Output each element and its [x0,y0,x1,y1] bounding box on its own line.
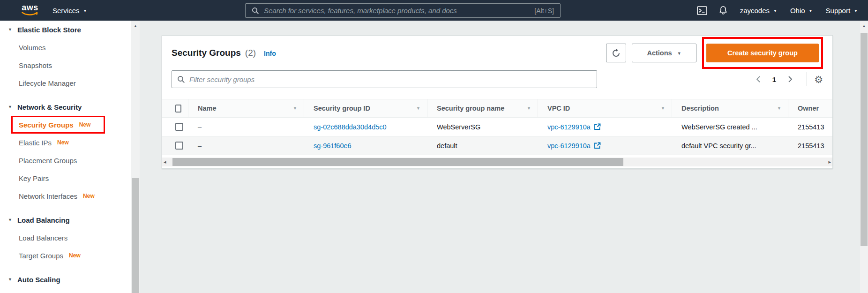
sidebar-item-key-pairs[interactable]: Key Pairs [0,169,131,187]
account-menu[interactable]: zaycodes ▼ [733,0,784,21]
title-group: Security Groups (2) Info [172,48,276,58]
scroll-up-arrow-icon[interactable]: ▲ [860,24,868,28]
vpc-id-link[interactable]: vpc-6129910a [547,123,591,131]
cloudshell-button[interactable] [691,0,713,21]
sort-icon: ▼ [527,106,531,111]
sidebar-scrollbar[interactable]: ▲ [131,21,140,293]
scroll-right-arrow-icon[interactable]: ▸ [828,159,831,165]
column-header-owner[interactable]: Owner [788,99,832,117]
sidebar-item-placement-groups[interactable]: Placement Groups [0,151,131,169]
external-link-icon[interactable] [594,123,601,130]
column-header-security-group-id[interactable]: Security group ID ▼ [304,99,427,117]
create-security-group-button[interactable]: Create security group [706,44,819,62]
column-label: Name [198,105,217,112]
sidebar-item-label: Security Groups [19,121,74,129]
settings-gear-icon[interactable]: ⚙ [814,75,823,84]
divider [806,72,807,86]
sidebar-item-label: Volumes [19,44,46,52]
aws-logo-text: aws [21,3,39,12]
sort-icon: ▼ [416,106,420,111]
region-menu[interactable]: Ohio ▼ [784,0,819,21]
scroll-left-arrow-icon[interactable]: ◂ [164,159,166,165]
current-page-number[interactable]: 1 [772,75,776,83]
sidebar-item-lifecycle-manager[interactable]: Lifecycle Manager [0,74,131,92]
sidebar-item-target-groups[interactable]: Target Groups New [0,247,131,264]
table-row[interactable]: – sg-961f60e6 default vpc-6129910a defau… [162,136,832,155]
filter-row: Filter security groups 1 ⚙ [162,70,832,88]
cell-security-group-name: WebServerSG [427,123,538,131]
select-all-cell [162,99,188,117]
column-header-vpc-id[interactable]: VPC ID ▼ [538,99,672,117]
next-page-button[interactable] [785,74,796,85]
column-label: Description [681,105,719,112]
sidebar-item-load-balancers[interactable]: Load Balancers [0,229,131,247]
select-all-checkbox[interactable] [175,105,181,113]
sidebar-item-snapshots[interactable]: Snapshots [0,56,131,74]
info-link[interactable]: Info [264,50,276,57]
security-groups-card: Security Groups (2) Info Actions ▼ [162,35,833,169]
table-header-row: Name ▼ Security group ID ▼ Security grou… [162,99,832,118]
create-label: Create security group [727,49,798,57]
sidebar-section-header-auto-scaling[interactable]: ▼ Auto Scaling [0,270,131,288]
sidebar-item-volumes[interactable]: Volumes [0,38,131,56]
services-menu[interactable]: Services ▼ [52,0,87,21]
notifications-button[interactable] [713,0,733,21]
section-label: Load Balancing [17,216,70,224]
column-header-security-group-name[interactable]: Security group name ▼ [427,99,538,117]
vpc-id-link[interactable]: vpc-6129910a [547,142,591,150]
sidebar-item-label: Elastic IPs [19,139,52,147]
cell-security-group-id-link[interactable]: sg-961f60e6 [304,142,427,150]
cell-security-group-id-link[interactable]: sg-02c688dda30d4d5c0 [304,123,427,131]
pagination: 1 ⚙ [753,72,823,86]
scrollbar-thumb[interactable] [861,33,868,246]
search-icon [177,75,185,83]
card-header: Security Groups (2) Info Actions ▼ [162,36,832,70]
sidebar-item-elastic-ips[interactable]: Elastic IPs New [0,134,131,151]
refresh-button[interactable] [606,44,626,62]
table-row[interactable]: – sg-02c688dda30d4d5c0 WebServerSG vpc-6… [162,118,832,136]
chevron-down-icon: ▼ [83,9,87,13]
header-actions: Actions ▼ Create security group [606,37,823,69]
sidebar-section-header-elastic-block-store[interactable]: ▼ Elastic Block Store [0,21,131,38]
scroll-up-arrow-icon[interactable]: ▲ [131,24,140,28]
cell-name: – [188,123,304,131]
horizontal-scrollbar[interactable]: ◂ ▸ [162,158,832,166]
chevron-down-icon: ▼ [773,9,777,13]
sidebar-item-security-groups[interactable]: Security Groups New [11,116,105,134]
bell-icon [718,6,728,15]
actions-label: Actions [647,49,672,57]
column-header-description[interactable]: Description ▼ [672,99,788,117]
external-link-icon[interactable] [594,142,601,149]
filter-placeholder: Filter security groups [189,75,254,83]
refresh-icon [612,49,621,58]
sidebar-section-header-load-balancing[interactable]: ▼ Load Balancing [0,211,131,229]
column-header-name[interactable]: Name ▼ [188,99,304,117]
actions-dropdown-button[interactable]: Actions ▼ [632,44,696,62]
scrollbar-thumb[interactable] [132,178,139,293]
row-select-cell [162,142,188,150]
search-placeholder: Search for services, features, marketpla… [264,7,457,15]
section-collapse-icon: ▼ [8,277,12,282]
cell-security-group-name: default [427,142,538,150]
new-badge: New [69,252,81,259]
sidebar-section-header-network-security[interactable]: ▼ Network & Security [0,98,131,116]
sidebar-item-label: Snapshots [19,61,52,69]
global-search-input[interactable]: Search for services, features, marketpla… [245,3,561,18]
row-checkbox[interactable] [175,142,183,150]
resource-count: (2) [245,48,256,58]
sort-icon: ▼ [661,106,665,111]
sidebar-item-label: Lifecycle Manager [19,79,76,87]
support-menu[interactable]: Support ▼ [819,0,864,21]
cloudshell-terminal-icon [697,6,707,15]
row-checkbox[interactable] [175,123,183,131]
aws-logo[interactable]: aws [21,3,39,16]
previous-page-button[interactable] [753,74,764,85]
scrollbar-thumb[interactable] [172,158,623,166]
sidebar-item-label: Key Pairs [19,174,49,182]
filter-security-groups-input[interactable]: Filter security groups [172,70,597,88]
section-collapse-icon: ▼ [8,27,12,32]
page-scrollbar[interactable]: ▲ [860,21,868,293]
column-label: VPC ID [547,105,570,112]
row-select-cell [162,123,188,131]
sidebar-item-network-interfaces[interactable]: Network Interfaces New [0,187,131,205]
